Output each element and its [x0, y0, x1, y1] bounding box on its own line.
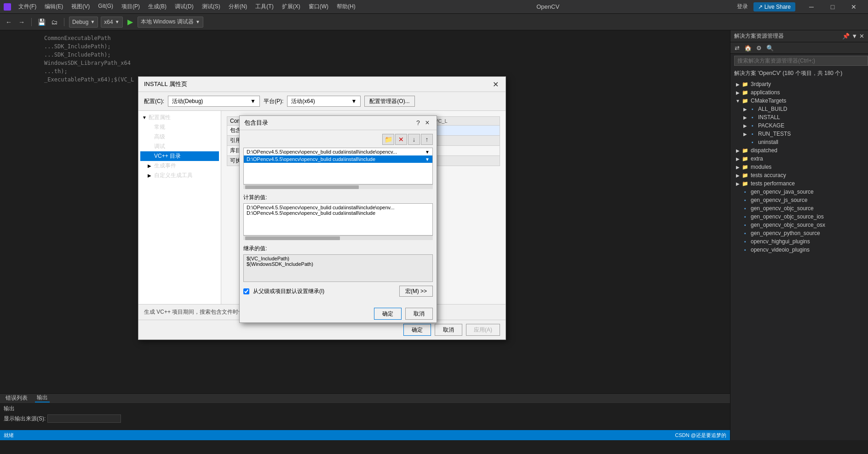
redo-button[interactable]: →	[17, 17, 27, 27]
tree-item-build-events[interactable]: ▶ 生成事件	[140, 161, 219, 171]
output-tabs: 错误列表 输出	[0, 393, 730, 402]
tree-item-install[interactable]: ▶ ▪ INSTALL	[730, 113, 868, 121]
tree-item-gen-objc-ios[interactable]: ▪ gen_opencv_objc_source_ios	[730, 213, 868, 221]
tree-item-advanced[interactable]: 高级	[140, 132, 219, 142]
config-select[interactable]: 活动(Debug) ▼	[168, 96, 260, 107]
inherit-checkbox[interactable]	[243, 288, 249, 294]
tree-item-run-tests[interactable]: ▶ ▪ RUN_TESTS	[730, 130, 868, 138]
include-toolbar: 📁 ✕ ↓ ↑	[243, 134, 433, 145]
move-up-button[interactable]: ↑	[421, 134, 433, 145]
macro-button[interactable]: 宏(M) >>	[399, 286, 433, 297]
settings-button[interactable]: ⚙	[754, 43, 764, 52]
menu-view[interactable]: 视图(V)	[68, 2, 93, 11]
undo-button[interactable]: ←	[4, 17, 14, 27]
config-dropdown[interactable]: Debug ▼	[69, 17, 98, 28]
output-source-input[interactable]	[47, 414, 121, 423]
minimize-button[interactable]: ─	[801, 0, 822, 14]
save-all-button[interactable]: 🗂	[49, 17, 59, 27]
login-label[interactable]: 登录	[737, 3, 748, 11]
maximize-button[interactable]: □	[822, 0, 843, 14]
menu-window[interactable]: 窗口(W)	[305, 2, 332, 11]
menu-file[interactable]: 文件(F)	[15, 2, 40, 11]
tree-item-modules[interactable]: ▶ 📁 modules	[730, 163, 868, 171]
tree-item-videoio-plugins[interactable]: ▪ opencv_videoio_plugins	[730, 246, 868, 254]
panel-close-button[interactable]: ✕	[859, 33, 864, 40]
include-list-item-selected[interactable]: D:\OPencv4.5.5\opencv\opencv_bulid cuda\…	[244, 155, 432, 163]
tree-item-extra[interactable]: ▶ 📁 extra	[730, 155, 868, 163]
folder-icon: 📁	[742, 147, 749, 154]
expand-arrow-icon	[734, 196, 742, 204]
install-dialog-close-button[interactable]: ✕	[491, 80, 500, 89]
install-cancel-button[interactable]: 取消	[435, 324, 462, 336]
menu-project[interactable]: 项目(P)	[118, 2, 144, 11]
tree-item-highgui-plugins[interactable]: ▪ opencv_highgui_plugins	[730, 237, 868, 246]
tree-item-tests-accuracy[interactable]: ▶ 📁 tests accuracy	[730, 171, 868, 179]
menu-extend[interactable]: 扩展(X)	[278, 2, 304, 11]
tab-output[interactable]: 输出	[35, 394, 50, 402]
tree-item-dispatched[interactable]: ▶ 📁 dispatched	[730, 146, 868, 155]
platform-select[interactable]: 活动(x64) ▼	[287, 96, 361, 107]
horizontal-scrollbar[interactable]	[243, 184, 433, 189]
menu-git[interactable]: Git(G)	[94, 2, 117, 11]
tree-item-uninstall[interactable]: ▪ uninstall	[730, 138, 868, 146]
computed-scrollbar[interactable]	[243, 236, 433, 240]
tree-item-gen-objc[interactable]: ▪ gen_opencv_objc_source	[730, 204, 868, 213]
menu-edit[interactable]: 编辑(E)	[41, 2, 67, 11]
tree-item-gen-java[interactable]: ▪ gen_opencv_java_source	[730, 188, 868, 196]
include-help-button[interactable]: ?	[414, 118, 423, 127]
tree-item-debug[interactable]: 调试	[140, 142, 219, 151]
scroll-thumb[interactable]	[245, 185, 359, 189]
menu-build[interactable]: 生成(B)	[144, 2, 170, 11]
menu-test[interactable]: 测试(S)	[198, 2, 224, 11]
menu-help[interactable]: 帮助(H)	[333, 2, 359, 11]
include-list-item[interactable]: D:\OPencv4.5.5\opencv\opencv_bulid cuda\…	[244, 148, 432, 155]
delete-button[interactable]: ✕	[395, 134, 407, 145]
pin-button[interactable]: 📌	[842, 33, 850, 40]
chevron-icon-2: ▼	[351, 98, 356, 104]
tree-item-gen-objc-osx[interactable]: ▪ gen_opencv_objc_source_osx	[730, 221, 868, 229]
computed-scroll-thumb[interactable]	[245, 236, 340, 240]
tree-item-3rdparty[interactable]: ▶ 📁 3rdparty	[730, 80, 868, 88]
tree-item-applications[interactable]: ▶ 📁 applications	[730, 88, 868, 97]
menu-debug[interactable]: 调试(D)	[171, 2, 197, 11]
tree-item-all-build[interactable]: ▶ ▪ ALL_BUILD	[730, 105, 868, 113]
run-button[interactable]: ▶	[126, 17, 135, 26]
menu-tools[interactable]: 工具(T)	[252, 2, 277, 11]
add-folder-button[interactable]: 📁	[382, 134, 394, 145]
include-list: D:\OPencv4.5.5\opencv\opencv_bulid cuda\…	[243, 148, 433, 184]
tree-item-custom-build[interactable]: ▶ 自定义生成工具	[140, 171, 219, 180]
tree-item-tests-performance[interactable]: ▶ 📁 tests performance	[730, 179, 868, 188]
tab-error-list[interactable]: 错误列表	[4, 394, 29, 402]
config-manager-button[interactable]: 配置管理器(O)...	[364, 96, 414, 107]
save-button[interactable]: 💾	[36, 17, 46, 27]
menu-analyze[interactable]: 分析(N)	[225, 2, 251, 11]
include-cancel-button[interactable]: 取消	[405, 308, 433, 320]
app-title: OpenCV	[359, 3, 737, 10]
include-ok-button[interactable]: 确定	[374, 308, 402, 320]
tree-item-gen-python[interactable]: ▪ gen_opencv_python_source	[730, 229, 868, 237]
close-button[interactable]: ✕	[843, 0, 864, 14]
include-close-button[interactable]: ×	[423, 118, 432, 127]
debugger-text[interactable]: 本地 Windows 调试器 ▼	[138, 17, 203, 28]
output-label: 输出	[4, 405, 726, 413]
tree-item-config-props[interactable]: ▼ 配置属性	[140, 113, 219, 122]
expand-arrow-icon: ▶	[734, 147, 742, 154]
tree-item-gen-js[interactable]: ▪ gen_opencv_js_source	[730, 196, 868, 204]
move-down-button[interactable]: ↓	[408, 134, 420, 145]
filter-button[interactable]: 🔍	[765, 43, 775, 52]
install-apply-button[interactable]: 应用(A)	[466, 324, 500, 336]
include-dialog-titlebar: 包含目录 ? ×	[240, 116, 437, 130]
platform-dropdown[interactable]: x64 ▼	[101, 17, 122, 28]
install-ok-button[interactable]: 确定	[403, 324, 431, 336]
home-button[interactable]: 🏠	[743, 43, 753, 52]
tree-item-vcpp-dirs[interactable]: VC++ 目录	[140, 151, 219, 161]
sync-button[interactable]: ⇄	[732, 43, 742, 52]
solution-search-input[interactable]	[734, 56, 868, 66]
tree-item-general[interactable]: 常规	[140, 122, 219, 132]
expand-arrow-icon: ▶	[742, 122, 749, 129]
panel-menu-button[interactable]: ▼	[851, 33, 857, 40]
live-share-button[interactable]: ↗ Live Share	[753, 2, 795, 11]
tree-item-cmake-targets[interactable]: ▼ 📁 CMakeTargets	[730, 97, 868, 105]
panel-header-buttons: 📌 ▼ ✕	[842, 33, 864, 40]
tree-item-package[interactable]: ▶ ▪ PACKAGE	[730, 121, 868, 130]
